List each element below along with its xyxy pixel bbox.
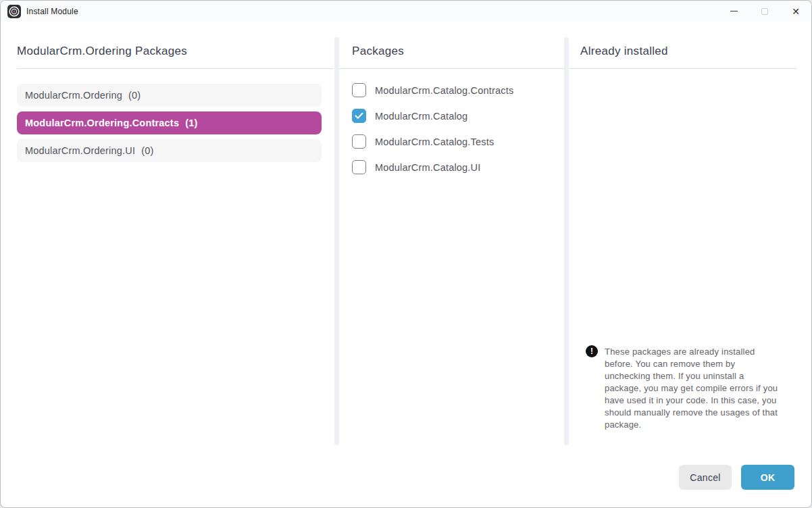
note-line: have used it in your code. In this case,… xyxy=(605,395,794,407)
middle-header-rule xyxy=(339,68,564,69)
module-item-ordering-ui[interactable]: ModularCrm.Ordering.UI (0) xyxy=(17,139,322,162)
warning-exclamation-icon: ! xyxy=(586,345,598,357)
module-item-label: ModularCrm.Ordering.UI xyxy=(25,145,135,156)
maximize-icon xyxy=(761,8,768,15)
left-column-header: ModularCrm.Ordering Packages xyxy=(17,45,187,58)
right-header-rule xyxy=(569,68,796,69)
package-label: ModularCrm.Catalog.UI xyxy=(375,162,481,173)
package-row-catalog-tests[interactable]: ModularCrm.Catalog.Tests xyxy=(352,134,494,149)
divider-left-middle xyxy=(334,37,339,445)
module-item-label: ModularCrm.Ordering.Contracts xyxy=(25,118,179,128)
package-row-catalog-contracts[interactable]: ModularCrm.Catalog.Contracts xyxy=(352,83,513,97)
already-installed-note: These packages are already installed bef… xyxy=(605,346,794,431)
checkbox-checked-icon[interactable] xyxy=(352,109,366,123)
divider-middle-right xyxy=(564,37,569,445)
note-line: package, you may get compile errors if y… xyxy=(605,382,794,395)
checkbox-unchecked-icon[interactable] xyxy=(352,160,366,174)
note-line: should manually remove the usages of tha… xyxy=(605,407,794,419)
module-item-count: (0) xyxy=(141,145,153,156)
window-title: Install Module xyxy=(26,7,78,16)
close-icon: ✕ xyxy=(792,7,800,16)
package-row-catalog-ui[interactable]: ModularCrm.Catalog.UI xyxy=(352,160,481,174)
minimize-icon xyxy=(730,11,738,11)
maximize-button[interactable] xyxy=(749,1,780,22)
install-module-window: Install Module ✕ ModularCrm.Ordering Pac… xyxy=(0,0,812,508)
package-label: ModularCrm.Catalog xyxy=(375,111,467,122)
checkbox-unchecked-icon[interactable] xyxy=(352,134,366,149)
checkbox-unchecked-icon[interactable] xyxy=(352,83,366,97)
left-header-rule xyxy=(17,68,334,69)
package-label: ModularCrm.Catalog.Contracts xyxy=(375,85,513,96)
window-controls: ✕ xyxy=(718,1,811,22)
note-line: before. You can remove them by xyxy=(605,358,794,370)
module-item-ordering-contracts[interactable]: ModularCrm.Ordering.Contracts (1) xyxy=(17,111,322,134)
close-button[interactable]: ✕ xyxy=(780,1,811,22)
note-line: These packages are already installed xyxy=(605,346,794,358)
ok-button[interactable]: OK xyxy=(741,465,794,490)
title-bar: Install Module ✕ xyxy=(1,1,811,22)
cancel-button[interactable]: Cancel xyxy=(679,465,732,490)
note-line: unchecking them. If you uninstall a xyxy=(605,370,794,382)
note-line: package. xyxy=(605,419,794,431)
middle-column-header: Packages xyxy=(352,45,404,58)
package-label: ModularCrm.Catalog.Tests xyxy=(375,136,494,147)
module-item-label: ModularCrm.Ordering xyxy=(25,90,122,101)
package-row-catalog[interactable]: ModularCrm.Catalog xyxy=(352,109,467,123)
module-item-count: (1) xyxy=(185,118,197,128)
app-logo-icon xyxy=(7,5,21,18)
module-item-ordering[interactable]: ModularCrm.Ordering (0) xyxy=(17,84,322,107)
right-column-header: Already installed xyxy=(580,45,668,58)
minimize-button[interactable] xyxy=(718,1,749,22)
module-item-count: (0) xyxy=(128,90,141,101)
